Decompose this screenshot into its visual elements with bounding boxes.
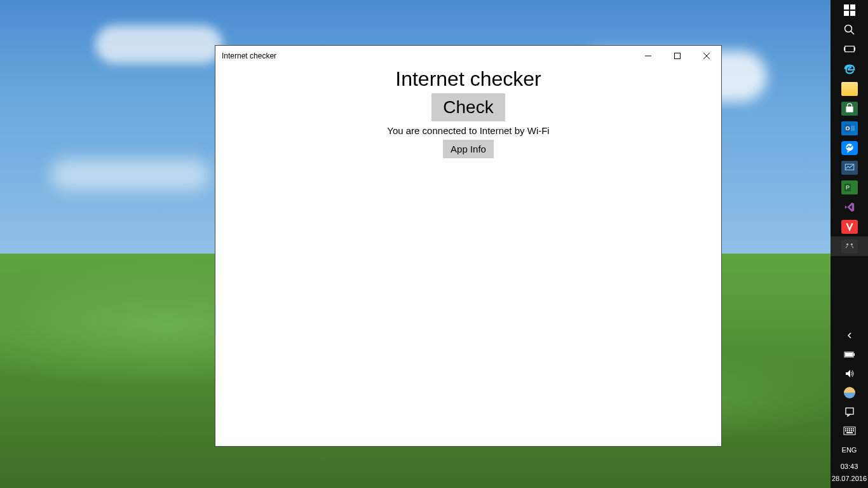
svg-rect-1	[675, 53, 681, 59]
svg-text:O: O	[845, 125, 850, 132]
search-icon	[844, 24, 855, 36]
taskbar-app-file-explorer[interactable]	[831, 79, 868, 98]
svg-rect-32	[853, 428, 854, 430]
svg-rect-33	[845, 430, 846, 431]
svg-rect-38	[846, 432, 853, 433]
outlook-icon: O	[841, 121, 858, 135]
check-button[interactable]: Check	[431, 93, 505, 121]
store-icon	[841, 102, 858, 116]
svg-rect-12	[854, 47, 855, 50]
chevron-left-icon	[846, 332, 853, 339]
svg-rect-10	[844, 46, 853, 51]
svg-rect-16	[851, 126, 855, 131]
svg-rect-30	[849, 428, 850, 430]
systray-clock[interactable]: 03:43 28.07.2016	[831, 459, 868, 485]
minimize-icon	[645, 53, 651, 59]
app-info-button[interactable]: App Info	[443, 140, 494, 158]
svg-rect-25	[845, 353, 853, 356]
app-window: Internet checker Internet checker Check …	[215, 45, 722, 447]
windows-logo-icon	[844, 4, 855, 16]
systray-weather[interactable]	[831, 383, 868, 402]
taskbar-app-project[interactable]: P	[831, 177, 868, 197]
svg-rect-11	[844, 47, 845, 50]
svg-rect-37	[853, 430, 854, 431]
window-title: Internet checker	[222, 51, 276, 60]
taskbar-app-internet-checker[interactable]	[831, 236, 868, 256]
visual-studio-icon	[841, 200, 858, 214]
svg-rect-13	[846, 106, 853, 112]
svg-rect-29	[847, 428, 848, 430]
clock-time: 03:43	[841, 461, 858, 472]
app-content: Internet checker Check You are connected…	[215, 66, 721, 158]
taskbar-app-visual-studio[interactable]	[831, 197, 868, 217]
svg-rect-31	[851, 428, 852, 430]
app-icon	[841, 240, 858, 254]
svg-rect-26	[846, 408, 853, 414]
svg-line-9	[851, 31, 854, 34]
weather-icon	[844, 387, 855, 398]
minimize-button[interactable]	[634, 46, 663, 66]
project-icon: P	[841, 180, 858, 194]
svg-rect-4	[844, 4, 849, 10]
task-view-icon	[844, 44, 855, 55]
language-indicator: ENG	[842, 444, 857, 456]
start-button[interactable]	[831, 0, 868, 20]
folder-icon	[841, 82, 858, 96]
svg-rect-24	[853, 353, 855, 356]
systray-volume[interactable]	[831, 364, 868, 383]
maximize-button[interactable]	[663, 46, 692, 66]
taskbar: O P	[831, 0, 868, 488]
taskbar-app-vivaldi[interactable]	[831, 217, 868, 236]
window-controls	[634, 46, 721, 66]
messenger-icon	[841, 141, 858, 155]
svg-rect-5	[850, 4, 855, 10]
svg-point-22	[850, 243, 852, 245]
svg-rect-34	[847, 430, 848, 431]
notification-icon	[844, 407, 855, 417]
svg-rect-28	[845, 428, 846, 430]
keyboard-icon	[843, 426, 856, 435]
monitor-icon	[841, 161, 858, 175]
svg-rect-6	[844, 11, 849, 16]
titlebar[interactable]: Internet checker	[215, 46, 721, 66]
battery-icon	[844, 351, 855, 358]
close-icon	[703, 53, 710, 59]
app-heading: Internet checker	[395, 67, 541, 91]
system-tray: ENG 03:43 28.07.2016	[831, 326, 868, 488]
volume-icon	[844, 369, 855, 379]
taskbar-app-outlook[interactable]: O	[831, 118, 868, 138]
task-view-button[interactable]	[831, 39, 868, 59]
svg-rect-35	[849, 430, 850, 431]
taskbar-app-store[interactable]	[831, 98, 868, 118]
systray-keyboard[interactable]	[831, 421, 868, 440]
systray-language[interactable]: ENG	[831, 440, 868, 459]
systray-battery[interactable]	[831, 345, 868, 364]
systray-notifications[interactable]	[831, 402, 868, 421]
maximize-icon	[674, 53, 681, 59]
svg-text:P: P	[845, 184, 849, 191]
svg-rect-7	[850, 11, 855, 16]
svg-rect-36	[851, 430, 852, 431]
vivaldi-icon	[841, 220, 858, 234]
connection-status-text: You are connected to Internet by Wi-Fi	[387, 125, 549, 136]
svg-point-21	[846, 243, 848, 245]
taskbar-app-edge[interactable]	[831, 59, 868, 79]
search-button[interactable]	[831, 20, 868, 39]
edge-icon	[841, 62, 858, 76]
taskbar-app-messenger[interactable]	[831, 138, 868, 158]
svg-point-8	[844, 25, 851, 32]
clock-date: 28.07.2016	[832, 473, 867, 484]
taskbar-app-monitor[interactable]	[831, 158, 868, 177]
systray-expand-button[interactable]	[831, 326, 868, 345]
taskbar-pinned-apps: O P	[831, 0, 868, 256]
close-button[interactable]	[692, 46, 721, 66]
